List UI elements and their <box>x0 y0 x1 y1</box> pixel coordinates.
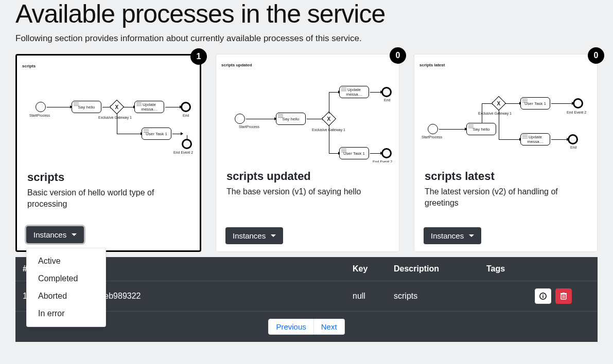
delete-button[interactable] <box>555 288 572 304</box>
process-description: The latest version (v2) of handling of g… <box>425 186 587 210</box>
page-subtitle: Following section provides information a… <box>15 33 598 44</box>
process-card[interactable]: 0 scripts updated StartProcess Say hello… <box>216 54 399 252</box>
process-description: Basic version of hello world type of pro… <box>27 187 189 211</box>
col-header-actions <box>526 257 598 281</box>
svg-rect-2 <box>542 295 544 296</box>
dropdown-item-aborted[interactable]: Aborted <box>27 287 106 305</box>
instance-count-badge: 0 <box>390 47 406 64</box>
instances-dropdown: Active Completed Aborted In error <box>26 248 106 327</box>
chevron-down-icon <box>271 234 276 237</box>
col-header-key: Key <box>345 257 387 281</box>
chevron-down-icon <box>72 233 77 236</box>
process-title: scripts latest <box>425 170 587 183</box>
process-card[interactable]: 1 scripts StartProcess Say hello X Exclu… <box>15 54 201 252</box>
instances-button[interactable]: Instances <box>225 227 283 244</box>
col-header-description: Description <box>387 257 479 281</box>
trash-icon <box>561 293 567 300</box>
svg-rect-5 <box>563 293 565 294</box>
info-button[interactable] <box>535 288 551 304</box>
dropdown-item-active[interactable]: Active <box>27 252 106 270</box>
instances-button[interactable]: Instances <box>424 227 481 244</box>
previous-button[interactable]: Previous <box>268 319 313 335</box>
bpmn-diagram: scripts StartProcess Say hello X Exclusi… <box>17 56 200 163</box>
col-header-tags: Tags <box>479 257 526 281</box>
bpmn-diagram: scripts latest StartProcess Say hello X … <box>414 54 597 162</box>
info-icon <box>539 293 547 300</box>
process-title: scripts <box>27 171 189 184</box>
dropdown-item-inerror[interactable]: In error <box>27 305 106 322</box>
page-title: Available processes in the service <box>15 0 598 28</box>
bpmn-diagram: scripts updated StartProcess Say hello X… <box>216 54 399 162</box>
instance-count-badge: 0 <box>588 47 604 64</box>
svg-rect-1 <box>542 296 544 298</box>
process-title: scripts updated <box>226 170 389 183</box>
instances-button[interactable]: Instances <box>26 226 84 243</box>
process-description: The base version (v1) of saying hello <box>226 186 389 210</box>
process-card[interactable]: 0 scripts latest StartProcess Say hello … <box>414 54 598 252</box>
next-button[interactable]: Next <box>314 319 345 335</box>
dropdown-item-completed[interactable]: Completed <box>27 270 106 287</box>
chevron-down-icon <box>469 234 474 237</box>
instance-count-badge: 1 <box>190 48 207 65</box>
